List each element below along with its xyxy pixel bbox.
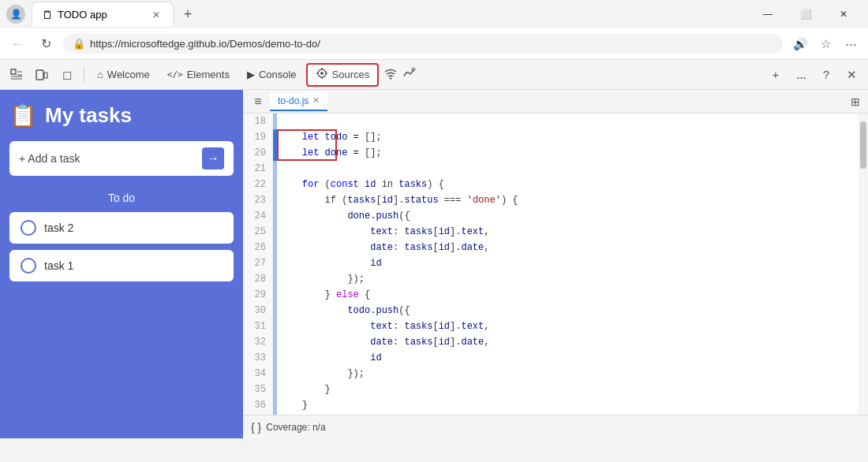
- favorites-button[interactable]: ☆: [814, 33, 836, 55]
- file-tab-label: to-do.js: [278, 95, 309, 106]
- wifi-icon: [383, 67, 398, 82]
- add-task-label: + Add a task: [19, 152, 80, 165]
- add-task-arrow-icon: →: [202, 147, 224, 170]
- svg-rect-1: [36, 70, 43, 80]
- tab-welcome-label: Welcome: [107, 69, 150, 80]
- url-text: https://microsoftedge.github.io/Demos/de…: [90, 38, 773, 50]
- code-line-30: todo.push({: [279, 303, 852, 319]
- file-tab-todo-js[interactable]: to-do.js ✕: [270, 92, 327, 111]
- inspect-element-button[interactable]: [5, 63, 28, 87]
- code-editor[interactable]: let todo = []; let done = []; for (const…: [273, 114, 859, 415]
- tab-elements[interactable]: </> Elements: [159, 63, 238, 87]
- close-devtools-button[interactable]: ✕: [840, 63, 863, 87]
- main-content: 📋 My tasks + Add a task → To do task 2 t…: [0, 90, 868, 438]
- vertical-scrollbar[interactable]: [859, 114, 868, 415]
- app-header: 📋 My tasks: [9, 102, 234, 129]
- scrollbar-thumb[interactable]: [860, 121, 866, 169]
- file-tabs-bar: ≡ to-do.js ✕ ⊞: [243, 90, 868, 114]
- more-button[interactable]: ⋯: [840, 33, 862, 55]
- task-name-1: task 1: [44, 259, 73, 272]
- task-checkbox-1[interactable]: [21, 258, 36, 274]
- capture-button[interactable]: ◻: [55, 63, 79, 87]
- url-bar[interactable]: 🔒 https://microsoftedge.github.io/Demos/…: [63, 34, 783, 54]
- add-task-bar[interactable]: + Add a task →: [9, 141, 234, 176]
- task-item-1[interactable]: task 1: [9, 250, 234, 281]
- code-line-25: text: tasks[id].text,: [279, 224, 852, 240]
- code-line-27: id: [279, 255, 852, 271]
- browser-tab[interactable]: 🗒 TODO app ✕: [32, 2, 174, 27]
- tab-title: TODO app: [58, 9, 144, 20]
- coverage-label: Coverage: n/a: [266, 422, 325, 433]
- task-name-2: task 2: [44, 222, 73, 234]
- customize-devtools-button[interactable]: ⊞: [846, 92, 865, 111]
- close-window-button[interactable]: ✕: [825, 2, 862, 27]
- add-panel-button[interactable]: +: [764, 63, 788, 87]
- tab-welcome[interactable]: ⌂ Welcome: [89, 63, 158, 87]
- title-bar: 👤 🗒 TODO app ✕ + — ⬜ ✕: [0, 0, 868, 28]
- code-line-28: });: [279, 271, 852, 287]
- coverage-icon: { }: [251, 421, 261, 434]
- app-panel: 📋 My tasks + Add a task → To do task 2 t…: [0, 90, 243, 438]
- code-line-33: id: [279, 350, 852, 366]
- devtools-toolbar: ◻ ⌂ Welcome </> Elements ▶ Console Sourc…: [0, 60, 868, 90]
- tab-console-label: Console: [259, 69, 297, 80]
- new-tab-button[interactable]: +: [177, 3, 199, 25]
- app-title: My tasks: [45, 103, 132, 128]
- separator: [84, 67, 84, 83]
- performance-icon: [402, 67, 417, 82]
- code-line-22: for (const id in tasks) {: [279, 177, 852, 192]
- console-icon: ▶: [247, 69, 255, 80]
- code-line-19: let todo = [];: [279, 129, 852, 145]
- code-line-29: } else {: [279, 287, 852, 303]
- code-line-31: text: tasks[id].text,: [279, 319, 852, 334]
- svg-rect-0: [11, 69, 16, 74]
- code-line-37: [279, 413, 852, 415]
- tab-console[interactable]: ▶ Console: [239, 63, 305, 87]
- device-emulation-button[interactable]: [30, 63, 54, 87]
- address-bar-actions: 🔊 ☆ ⋯: [789, 33, 862, 55]
- code-line-35: }: [279, 382, 852, 397]
- svg-point-9: [390, 77, 391, 79]
- code-area[interactable]: 18 19 20 21 22 23 24 25 26 27 28 29 30 3…: [243, 114, 868, 415]
- todo-section-label: To do: [9, 192, 234, 204]
- tab-sources-label: Sources: [332, 69, 370, 80]
- code-line-20: let done = [];: [279, 145, 852, 161]
- task-checkbox-2[interactable]: [21, 220, 36, 236]
- sources-icon: [316, 67, 328, 82]
- user-avatar: 👤: [6, 5, 25, 24]
- code-line-26: date: tasks[id].date,: [279, 240, 852, 255]
- help-button[interactable]: ?: [814, 63, 838, 87]
- tab-bar: 🗒 TODO app ✕ +: [32, 2, 743, 27]
- minimize-button[interactable]: —: [750, 2, 786, 27]
- code-line-32: date: tasks[id].date,: [279, 334, 852, 350]
- file-tree-toggle[interactable]: ≡: [246, 90, 270, 114]
- code-line-21: [279, 161, 852, 177]
- back-button[interactable]: ←: [6, 33, 28, 55]
- elements-icon: </>: [167, 69, 183, 80]
- code-line-24: done.push({: [279, 208, 852, 224]
- add-task-text: + Add a task: [19, 152, 80, 165]
- file-tab-close-button[interactable]: ✕: [312, 95, 320, 106]
- code-line-36: }: [279, 397, 852, 413]
- tab-sources[interactable]: Sources: [306, 63, 380, 87]
- more-tools-button[interactable]: ...: [789, 63, 813, 87]
- read-aloud-button[interactable]: 🔊: [789, 33, 811, 55]
- line-numbers: 18 19 20 21 22 23 24 25 26 27 28 29 30 3…: [243, 114, 273, 415]
- code-line-34: });: [279, 366, 852, 382]
- tab-icon: 🗒: [42, 9, 53, 21]
- svg-rect-2: [44, 73, 47, 78]
- maximize-button[interactable]: ⬜: [788, 2, 824, 27]
- code-line-18: [279, 114, 852, 129]
- app-logo-icon: 📋: [9, 102, 37, 129]
- lock-icon: 🔒: [73, 38, 85, 50]
- address-bar: ← ↻ 🔒 https://microsoftedge.github.io/De…: [0, 28, 868, 60]
- code-line-23: if (tasks[id].status === 'done') {: [279, 192, 852, 208]
- tab-close-button[interactable]: ✕: [149, 8, 163, 22]
- refresh-button[interactable]: ↻: [35, 33, 57, 55]
- window-controls: — ⬜ ✕: [750, 2, 862, 27]
- tab-elements-label: Elements: [187, 69, 230, 80]
- devtools-panel: ≡ to-do.js ✕ ⊞ 18 19 20 21 22 23 24 25 2…: [243, 90, 868, 438]
- svg-point-4: [320, 72, 324, 75]
- task-item-2[interactable]: task 2: [9, 212, 234, 244]
- coverage-bar: { } Coverage: n/a: [243, 415, 868, 438]
